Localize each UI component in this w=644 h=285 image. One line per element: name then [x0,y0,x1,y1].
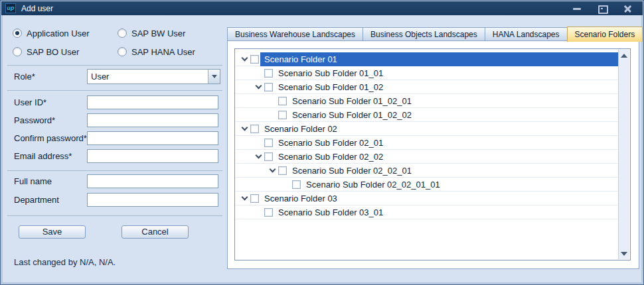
tree-row[interactable]: Scenario Folder 02 [236,122,618,136]
radio-icon[interactable] [13,28,22,38]
scroll-up-button[interactable] [619,50,629,61]
tab-bar: Business Warehouse Landscapes Business O… [227,26,643,41]
divider [7,90,222,91]
tree-row[interactable]: Scenario Sub Folder 02_02 [236,150,618,164]
user-id-field[interactable] [87,95,218,109]
email-field[interactable] [87,149,218,163]
tab-business-warehouse-landscapes[interactable]: Business Warehouse Landscapes [227,27,363,41]
tree-row-label[interactable]: Scenario Sub Folder 01_02 [278,80,618,94]
radio-icon[interactable] [118,47,127,56]
tree-row-label[interactable]: Scenario Folder 03 [264,192,618,205]
chevron-down-icon[interactable] [268,165,278,176]
chevron-down-icon[interactable] [254,82,264,92]
minimize-icon[interactable] [572,5,582,13]
app-logo-icon: up [5,3,16,13]
close-icon[interactable] [623,5,632,13]
tree-row[interactable]: Scenario Sub Folder 02_02_01 [236,164,618,178]
row-checkbox[interactable] [264,152,273,161]
dropdown-button[interactable] [208,70,220,84]
tree-indent [236,142,254,143]
password-field[interactable] [87,113,218,127]
tree-indent [236,184,282,185]
tree-indent [236,73,254,74]
radio-label: SAP HANA User [131,47,195,57]
scroll-down-button[interactable] [619,248,629,259]
row-checkbox[interactable] [250,125,259,133]
confirm-password-field[interactable] [87,131,218,145]
divider [7,215,222,216]
tree-row[interactable]: Scenario Sub Folder 02_02_01_01 [236,178,618,192]
vertical-scrollbar[interactable] [618,50,629,259]
row-checkbox[interactable] [264,139,273,147]
tree-row-label[interactable]: Scenario Sub Folder 02_02_01 [291,164,618,178]
chevron-down-icon[interactable] [254,151,264,162]
divider [7,170,222,171]
tree-row-label[interactable]: Scenario Sub Folder 01_01 [278,66,618,80]
tree-row-label[interactable]: Scenario Sub Folder 03_01 [278,205,618,219]
role-select[interactable]: User [87,69,220,84]
radio-sap-bo-user[interactable]: SAP BO User [13,46,79,57]
cancel-button[interactable]: Cancel [121,225,189,239]
tree-indent [236,115,268,115]
row-checkbox[interactable] [292,180,301,189]
row-checkbox[interactable] [250,194,259,203]
radio-sap-hana-user[interactable]: SAP HANA User [118,46,195,57]
tree-row[interactable]: Scenario Sub Folder 01_02_02 [236,108,618,122]
chevron-down-icon[interactable] [240,54,250,64]
chevron-down-icon [212,75,217,78]
row-checkbox[interactable] [250,55,259,64]
tree-indent [236,156,254,157]
row-checkbox[interactable] [278,111,287,119]
tree-row-label[interactable]: Scenario Sub Folder 01_02_01 [291,94,618,108]
divider [7,65,222,66]
chevron-down-icon[interactable] [240,123,250,134]
tree-row-label[interactable]: Scenario Sub Folder 02_02_01_01 [305,178,618,192]
tree-row-label[interactable]: Scenario Sub Folder 02_02 [278,150,618,164]
role-label: Role* [14,70,35,84]
row-checkbox[interactable] [264,83,273,91]
email-label: Email address* [14,149,72,163]
tree-row[interactable]: Scenario Sub Folder 01_02 [236,80,618,94]
tree-row[interactable]: Scenario Folder 03 [236,192,618,205]
restore-icon[interactable] [598,5,607,13]
radio-label: Application User [27,28,90,38]
arrow-down-icon [621,252,627,256]
tree-row[interactable]: Scenario Folder 01 [236,52,618,66]
radio-application-user[interactable]: Application User [13,28,90,38]
tree-row[interactable]: Scenario Sub Folder 01_01 [236,66,618,80]
tab-scenario-folders[interactable]: Scenario Folders [567,27,643,42]
tree-row[interactable]: Scenario Sub Folder 03_01 [236,205,618,219]
radio-sap-bw-user[interactable]: SAP BW User [118,28,185,38]
tree-row-label[interactable]: Scenario Sub Folder 02_01 [278,136,618,150]
tree-row-label[interactable]: Scenario Folder 02 [264,122,618,136]
row-checkbox[interactable] [278,166,287,175]
password-label: Password* [14,113,55,127]
row-checkbox[interactable] [264,69,273,78]
window-title: Add user [21,4,53,13]
chevron-down-icon[interactable] [240,193,250,203]
full-name-field[interactable] [87,174,218,188]
confirm-password-label: Confirm password* [14,131,87,145]
row-checkbox[interactable] [278,97,287,105]
window-controls [572,5,643,13]
folder-tree: Scenario Folder 01Scenario Sub Folder 01… [236,52,618,259]
department-field[interactable] [87,193,218,207]
row-checkbox[interactable] [264,208,273,217]
radio-icon[interactable] [118,28,127,38]
tab-business-objects-landscapes[interactable]: Business Objects Landscapes [362,27,485,41]
department-label: Department [14,193,59,207]
radio-label: SAP BO User [27,47,79,57]
tree-indent [236,170,268,171]
tree-row-label[interactable]: Scenario Folder 01 [260,52,618,66]
tree-indent [236,87,254,87]
radio-label: SAP BW User [131,28,185,38]
save-button[interactable]: Save [19,225,86,239]
tab-hana-landscapes[interactable]: HANA Landscapes [485,27,568,41]
tree-row[interactable]: Scenario Sub Folder 02_01 [236,136,618,150]
tree-row[interactable]: Scenario Sub Folder 01_02_01 [236,94,618,108]
tree-indent [236,212,254,213]
tree-row-label[interactable]: Scenario Sub Folder 01_02_02 [291,108,618,122]
add-user-dialog: up Add user Application User SAP BW User… [0,0,644,285]
radio-icon[interactable] [13,47,22,56]
full-name-label: Full name [14,174,52,188]
